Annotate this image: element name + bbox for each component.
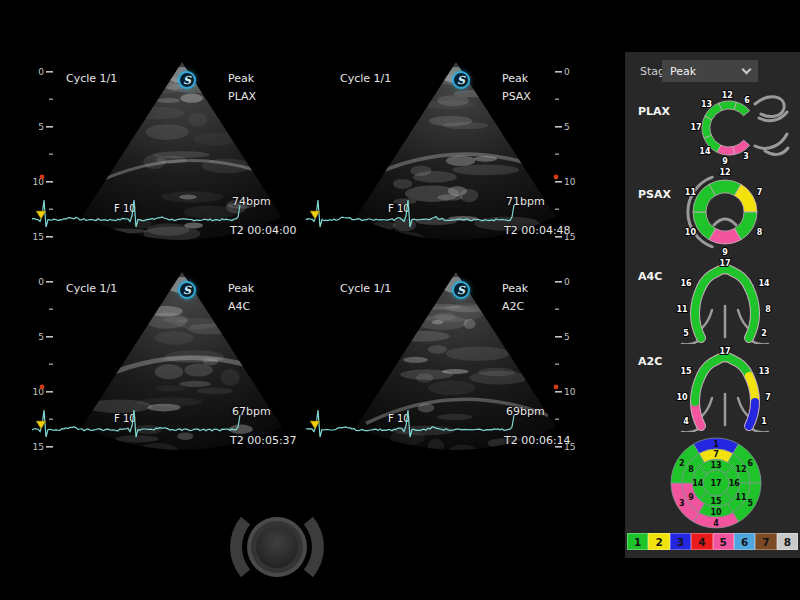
- segment-number: 4: [713, 519, 719, 528]
- ecg-trace: [30, 403, 270, 447]
- a2c-segment-diagram: 41015171371: [655, 346, 795, 432]
- score-color-scale: 12345678: [627, 533, 798, 550]
- svg-text:0: 0: [38, 277, 44, 287]
- stage-dropdown[interactable]: Peak: [662, 60, 758, 82]
- stage-dropdown-value: Peak: [670, 65, 743, 78]
- depth-ruler: 051015: [32, 65, 58, 255]
- segment-number: 7: [713, 450, 719, 459]
- svg-text:0: 0: [38, 67, 44, 77]
- svg-text:10: 10: [564, 387, 576, 397]
- segment-number: 14: [692, 479, 704, 488]
- svg-text:15: 15: [564, 442, 575, 452]
- segment-number: 6: [744, 96, 750, 105]
- segment-number: 1: [761, 417, 767, 426]
- svg-text:10: 10: [564, 177, 576, 187]
- wall-motion-panel: Stage Peak PLAX 39141713126 PSAX 1278910…: [625, 52, 800, 558]
- segment-number: 10: [710, 508, 722, 517]
- a4c-segment-diagram: 51116171482: [655, 258, 795, 344]
- view-name-label: A2C: [502, 300, 524, 313]
- segment-number: 10: [685, 228, 697, 237]
- bullseye-17-segment-plot: 1654327121110981316151417: [638, 434, 788, 532]
- segment-number: 5: [683, 329, 689, 338]
- cycle-label: Cycle 1/1: [340, 282, 391, 295]
- segment-number: 8: [757, 228, 763, 237]
- score-1[interactable]: 1: [627, 533, 648, 550]
- view-name-label: PLAX: [228, 90, 256, 103]
- depth-ruler: 051015: [550, 65, 576, 255]
- score-3[interactable]: 3: [670, 533, 691, 550]
- segment-number: 15: [710, 497, 722, 506]
- ecg-trace: [304, 403, 544, 447]
- segment-number: 11: [735, 493, 747, 502]
- segment-number: 17: [690, 123, 701, 132]
- ecg-trace: [304, 193, 544, 237]
- stage-label: Peak: [502, 282, 528, 295]
- segment-number: 16: [680, 279, 692, 288]
- stage-label: Peak: [228, 282, 254, 295]
- segment-number: 12: [722, 91, 733, 100]
- logo-letter: S: [183, 74, 191, 87]
- segment-number: 16: [729, 479, 741, 488]
- segment-number: 5: [747, 499, 753, 508]
- svg-text:0: 0: [564, 277, 570, 287]
- segment-number: 13: [758, 367, 769, 376]
- svg-text:5: 5: [564, 332, 570, 342]
- svg-text:5: 5: [38, 332, 44, 342]
- svg-text:15: 15: [33, 442, 44, 452]
- vendor-logo-icon: S: [178, 71, 196, 89]
- focus-marker-icon: [554, 385, 559, 390]
- segment-number: 6: [747, 459, 753, 468]
- vendor-logo-icon: S: [452, 281, 470, 299]
- segment-number: 1: [713, 440, 719, 449]
- ecg-marker-icon: [310, 421, 320, 429]
- score-4[interactable]: 4: [691, 533, 712, 550]
- segment-number: 14: [699, 147, 711, 156]
- segment-number: 13: [701, 100, 712, 109]
- svg-text:5: 5: [38, 122, 44, 132]
- segment-number: 9: [722, 248, 728, 256]
- psax-segment-diagram: 127891011: [655, 168, 795, 256]
- score-8[interactable]: 8: [777, 533, 798, 550]
- cycle-label: Cycle 1/1: [66, 282, 117, 295]
- depth-ruler: 051015: [32, 275, 58, 465]
- focus-marker-icon: [40, 175, 45, 180]
- cycle-label: Cycle 1/1: [66, 72, 117, 85]
- view-name-label: A4C: [228, 300, 250, 313]
- segment-number: 11: [676, 305, 688, 314]
- segment-number: 11: [685, 188, 697, 197]
- ecg-marker-icon: [310, 211, 320, 219]
- score-2[interactable]: 2: [648, 533, 669, 550]
- chevron-down-icon: [742, 64, 752, 74]
- plax-segment-12[interactable]: [719, 101, 737, 110]
- quadrant-psax[interactable]: Cycle 1/1 S Peak PSAX 71bpm T2 00:04:48 …: [304, 57, 564, 257]
- plax-segment-17[interactable]: [702, 116, 712, 138]
- vendor-logo-icon: S: [178, 281, 196, 299]
- svg-text:15: 15: [33, 232, 44, 242]
- score-6[interactable]: 6: [734, 533, 755, 550]
- quadrant-a4c[interactable]: Cycle 1/1 S Peak A4C 67bpm T2 00:05:37 F…: [30, 267, 290, 467]
- segment-number: 17: [719, 347, 730, 356]
- logo-letter: S: [457, 74, 465, 87]
- focus-marker-icon: [554, 175, 559, 180]
- vendor-logo-icon: S: [452, 71, 470, 89]
- stage-label: Peak: [502, 72, 528, 85]
- segment-number: 10: [676, 393, 688, 402]
- quadrant-plax[interactable]: Cycle 1/1 S Peak PLAX 74bpm T2 00:04:00 …: [30, 57, 290, 257]
- trackball-control: [215, 511, 339, 583]
- ecg-trace: [30, 193, 270, 237]
- segment-number: 3: [743, 152, 749, 161]
- segment-number: 9: [722, 157, 728, 166]
- score-5[interactable]: 5: [713, 533, 734, 550]
- segment-number: 7: [765, 393, 771, 402]
- score-7[interactable]: 7: [755, 533, 776, 550]
- logo-letter: S: [457, 284, 465, 297]
- echo-workstation-screen: Cycle 1/1 S Peak PLAX 74bpm T2 00:04:00 …: [0, 0, 800, 600]
- segment-number: 2: [679, 459, 685, 468]
- quadrant-a2c[interactable]: Cycle 1/1 S Peak A2C 69bpm T2 00:06:14 F…: [304, 267, 564, 467]
- plax-segment-diagram: 39141713126: [655, 90, 795, 166]
- segment-number: 9: [688, 493, 694, 502]
- segment-number: 7: [757, 188, 763, 197]
- segment-number: 17: [710, 479, 721, 488]
- view-name-label: PSAX: [502, 90, 531, 103]
- logo-letter: S: [183, 284, 191, 297]
